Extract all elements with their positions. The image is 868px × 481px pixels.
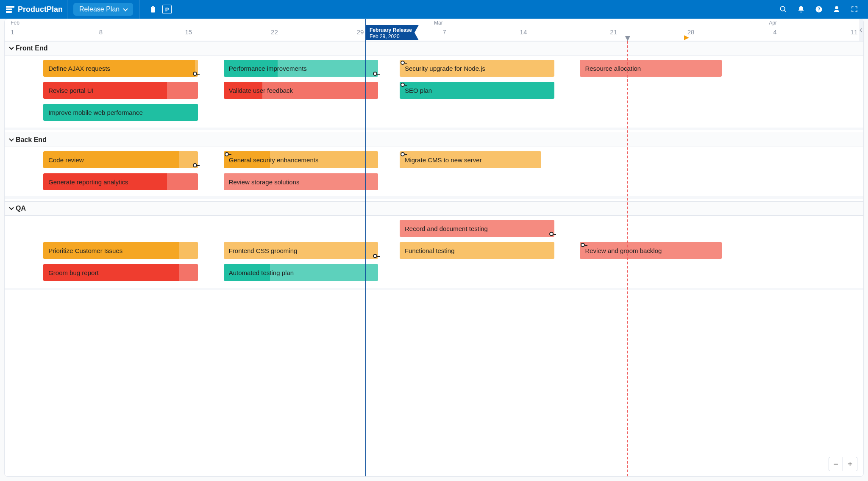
bar-label: Generate reporting analytics	[48, 178, 128, 186]
bar-label: Security upgrade for Node.js	[405, 65, 485, 72]
expand-icon	[851, 6, 858, 13]
milestone-title: February Release	[370, 27, 412, 33]
month-label: Apr	[769, 20, 777, 26]
roadmap-bar[interactable]: Record and document testing	[400, 220, 554, 237]
lane-header[interactable]: Back End	[5, 133, 863, 147]
chevron-left-icon	[860, 28, 864, 32]
roadmap-selector[interactable]: Release Plan	[73, 3, 133, 16]
roadmap-bar[interactable]: Review storage solutions	[224, 173, 378, 190]
bar-label: Migrate CMS to new server	[405, 156, 482, 164]
collapse-header-button[interactable]	[860, 19, 864, 41]
chevron-down-icon	[9, 205, 14, 210]
day-label: 8	[99, 28, 103, 36]
fullscreen-button[interactable]	[849, 3, 860, 15]
topbar-right	[776, 3, 864, 15]
bar-label: Validate user feedback	[229, 87, 293, 94]
logo-mark-icon	[6, 6, 14, 13]
chevron-down-icon	[123, 6, 128, 11]
day-label: 29	[357, 28, 364, 36]
topbar: ProductPlan Release Plan P	[0, 0, 868, 19]
dependency-out-icon[interactable]	[193, 163, 197, 167]
day-label: 15	[185, 28, 192, 36]
parking-lot-button[interactable]: P	[162, 5, 172, 14]
bar-label: General security enhancements	[229, 156, 319, 164]
dependency-in-icon[interactable]	[401, 152, 405, 156]
roadmap-bar[interactable]: Improve mobile web performance	[43, 104, 198, 121]
bar-label: SEO plan	[405, 87, 432, 94]
lane-header[interactable]: Front End	[5, 41, 863, 56]
bar-label: Improve mobile web performance	[48, 109, 143, 116]
roadmap-bar[interactable]: Groom bug report	[43, 264, 198, 281]
roadmap-bar[interactable]: Performance improvements	[224, 60, 378, 77]
clipboard-button[interactable]	[147, 3, 159, 15]
roadmap-bar[interactable]: General security enhancements	[224, 151, 378, 168]
bar-label: Review storage solutions	[229, 178, 300, 186]
lane: Back EndCode reviewGeneral security enha…	[5, 133, 863, 199]
bar-label: Performance improvements	[229, 65, 307, 72]
user-icon	[833, 6, 840, 13]
dependency-in-icon[interactable]	[401, 61, 405, 65]
day-label: 14	[520, 28, 527, 36]
bar-label: Define AJAX requests	[48, 65, 110, 72]
zoom-out-button[interactable]: −	[829, 457, 843, 471]
roadmap-name: Release Plan	[79, 6, 120, 13]
day-label: 4	[773, 28, 776, 36]
day-label: 11	[851, 28, 858, 36]
zoom-controls: −+	[829, 457, 857, 471]
roadmap-bar[interactable]: Review and groom backlog	[580, 242, 721, 259]
divider	[139, 0, 139, 19]
bar-label: Automated testing plan	[229, 269, 294, 276]
roadmap-bar[interactable]: Security upgrade for Node.js	[400, 60, 554, 77]
dependency-in-icon[interactable]	[225, 152, 229, 156]
roadmap-bar[interactable]: SEO plan	[400, 82, 554, 99]
bar-label: Groom bug report	[48, 269, 98, 276]
lane-body: Record and document testingPrioritize Cu…	[5, 216, 863, 290]
dependency-out-icon[interactable]	[193, 72, 197, 76]
roadmap-bar[interactable]: Functional testing	[400, 242, 554, 259]
bar-label: Functional testing	[405, 247, 455, 254]
lane: Front EndDefine AJAX requestsPerformance…	[5, 41, 863, 130]
roadmap-bar[interactable]: Define AJAX requests	[43, 60, 198, 77]
app-name: ProductPlan	[18, 5, 63, 14]
lane-header[interactable]: QA	[5, 201, 863, 216]
roadmap-bar[interactable]: Migrate CMS to new server	[400, 151, 541, 168]
search-icon	[779, 6, 787, 13]
bar-label: Review and groom backlog	[585, 247, 662, 254]
zoom-in-button[interactable]: +	[843, 457, 857, 471]
time-header: FebMarApr181522297142128411	[5, 19, 863, 41]
roadmap-bar[interactable]: Code review	[43, 151, 198, 168]
roadmap-bar[interactable]: Revise portal UI	[43, 82, 198, 99]
roadmap-bar[interactable]: Validate user feedback	[224, 82, 378, 99]
lane-body: Define AJAX requestsPerformance improvem…	[5, 56, 863, 130]
roadmap-bar[interactable]: Automated testing plan	[224, 264, 378, 281]
bar-label: Code review	[48, 156, 83, 164]
chevron-down-icon	[9, 45, 14, 50]
notifications-button[interactable]	[795, 3, 807, 15]
timeline-chart[interactable]: FebMarApr181522297142128411February Rele…	[5, 19, 863, 476]
milestone-flag[interactable]: February ReleaseFeb 29, 2020	[365, 25, 419, 40]
clipboard-icon	[149, 6, 157, 13]
account-button[interactable]	[831, 3, 843, 15]
bell-icon	[797, 6, 805, 13]
dependency-in-icon[interactable]	[401, 83, 405, 87]
roadmap-board: FebMarApr181522297142128411February Rele…	[4, 19, 864, 477]
app-logo[interactable]: ProductPlan	[4, 0, 67, 19]
month-label: Feb	[11, 20, 19, 26]
day-label: 28	[687, 28, 695, 36]
day-label: 22	[271, 28, 278, 36]
day-label: 1	[11, 28, 14, 36]
bar-label: Resource allocation	[585, 65, 641, 72]
day-label: 7	[442, 28, 446, 36]
roadmap-bar[interactable]: Resource allocation	[580, 60, 721, 77]
roadmap-bar[interactable]: Generate reporting analytics	[43, 173, 198, 190]
help-icon	[815, 6, 823, 13]
roadmap-bar[interactable]: Prioritize Customer Issues	[43, 242, 198, 259]
help-button[interactable]	[813, 3, 825, 15]
search-button[interactable]	[777, 3, 789, 15]
month-label: Mar	[434, 20, 443, 26]
day-label: 21	[610, 28, 617, 36]
lane-body: Code reviewGeneral security enhancements…	[5, 147, 863, 199]
dependency-out-icon[interactable]	[549, 232, 554, 236]
roadmap-bar[interactable]: Frontend CSS grooming	[224, 242, 378, 259]
lane-title: QA	[16, 205, 26, 212]
